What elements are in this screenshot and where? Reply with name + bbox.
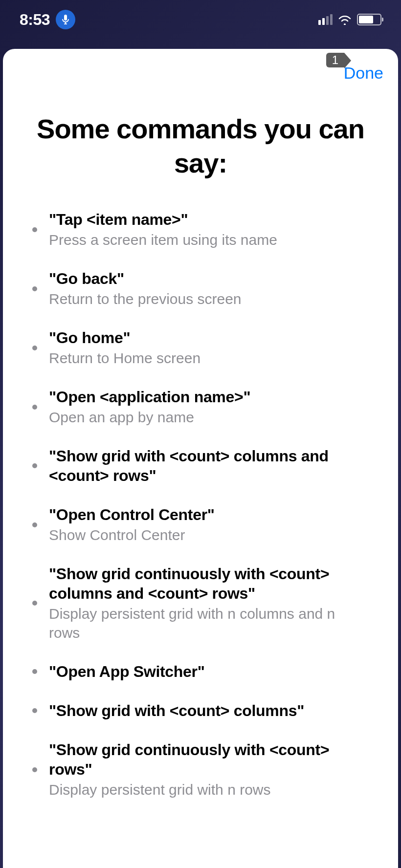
list-item: "Show grid with <count> columns and <cou… [32,446,369,485]
sheet-header: 1 Done [3,49,398,87]
content-area[interactable]: Some commands you can say: "Tap <item na… [3,87,398,868]
page-title: Some commands you can say: [32,112,369,180]
list-item: "Open App Switcher" [32,662,369,681]
command-title: "Show grid continuously with <count> row… [49,740,369,779]
bullet-icon [32,767,37,772]
bullet-icon [32,405,37,410]
command-title: "Go home" [49,328,369,347]
command-description: Open an app by name [49,408,369,427]
command-description: Return to the previous screen [49,289,369,308]
status-left: 8:53 [20,10,75,29]
status-time: 8:53 [20,11,50,29]
list-item: "Open <application name>" Open an app by… [32,387,369,427]
list-item: "Tap <item name>" Press a screen item us… [32,210,369,249]
list-item: "Go home" Return to Home screen [32,328,369,368]
voice-control-commands-sheet: 1 Done Some commands you can say: "Tap <… [3,49,398,868]
command-title: "Tap <item name>" [49,210,369,229]
bullet-icon [32,463,37,468]
voice-control-number-badge[interactable]: 1 [326,53,344,67]
bullet-icon [32,227,37,232]
list-item: "Show grid continuously with <count> col… [32,564,369,642]
command-title: "Open Control Center" [49,505,369,524]
command-title: "Open <application name>" [49,387,369,407]
bullet-icon [32,601,37,606]
cellular-signal-icon [318,14,333,25]
bullet-icon [32,286,37,291]
status-bar: 8:53 [0,0,401,49]
microphone-active-icon[interactable] [56,10,75,29]
command-title: "Show grid with <count> columns and <cou… [49,446,369,485]
command-description: Press a screen item using its name [49,230,369,249]
command-title: "Go back" [49,269,369,288]
bullet-icon [32,522,37,527]
status-right [318,14,381,25]
command-list: "Tap <item name>" Press a screen item us… [32,210,369,799]
bullet-icon [32,346,37,350]
bullet-icon [32,708,37,713]
list-item: "Go back" Return to the previous screen [32,269,369,308]
command-description: Return to Home screen [49,348,369,368]
command-title: "Open App Switcher" [49,662,369,681]
command-description: Display persistent grid with n columns a… [49,604,369,642]
command-title: "Show grid continuously with <count> col… [49,564,369,603]
list-item: "Open Control Center" Show Control Cente… [32,505,369,544]
command-description: Show Control Center [49,525,369,544]
wifi-icon [337,14,352,25]
command-title: "Show grid with <count> columns" [49,701,369,720]
bullet-icon [32,669,37,674]
list-item: "Show grid continuously with <count> row… [32,740,369,799]
svg-rect-0 [64,15,67,21]
list-item: "Show grid with <count> columns" [32,701,369,720]
command-description: Display persistent grid with n rows [49,780,369,799]
battery-icon [357,14,381,25]
